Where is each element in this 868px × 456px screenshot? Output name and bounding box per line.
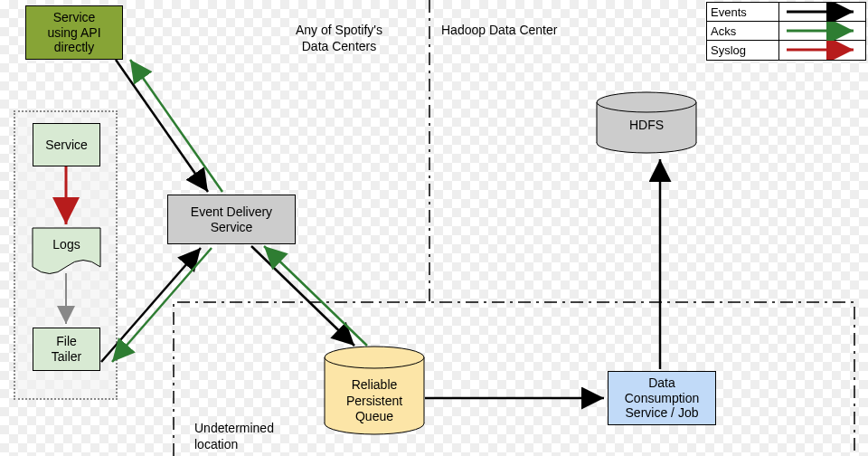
node-data-consumption: Data Consumption Service / Job [608,371,716,425]
node-event-delivery: Event Delivery Service [167,195,296,244]
region-hadoop-dc: Hadoop Data Center [441,23,622,39]
svg-line-17 [251,246,354,346]
region-spotify-dc: Any of Spotify's Data Centers [267,23,411,54]
svg-line-16 [112,248,212,362]
node-logs: Logs [33,237,100,253]
legend-arrow-syslog-icon [779,41,865,60]
svg-line-14 [130,60,222,192]
legend-row-events: Events [707,3,865,22]
svg-point-4 [325,347,424,368]
legend-row-acks: Acks [707,22,865,41]
svg-line-18 [264,246,367,346]
svg-line-13 [116,60,208,192]
queue-cylinder-svg [0,0,868,456]
legend-arrow-acks-icon [779,22,865,41]
node-service-api: Service using API directly [25,5,123,60]
legend-label-events: Events [707,3,779,21]
node-service: Service [33,123,100,166]
legend-row-syslog: Syslog [707,41,865,60]
node-file-tailer: File Tailer [33,328,100,371]
svg-point-9 [597,92,696,112]
legend: Events Acks Syslog [706,2,866,61]
hdfs-cylinder-svg [0,0,868,456]
arrows-svg [0,0,868,456]
legend-arrow-events-icon [779,3,865,22]
region-undetermined: Undetermined location [194,421,303,452]
svg-point-5 [597,133,696,153]
node-queue: Reliable Persistent Queue [325,377,424,425]
legend-label-acks: Acks [707,22,779,40]
node-hdfs: HDFS [597,118,696,134]
logs-shape-svg [0,0,868,456]
legend-label-syslog: Syslog [707,41,779,60]
